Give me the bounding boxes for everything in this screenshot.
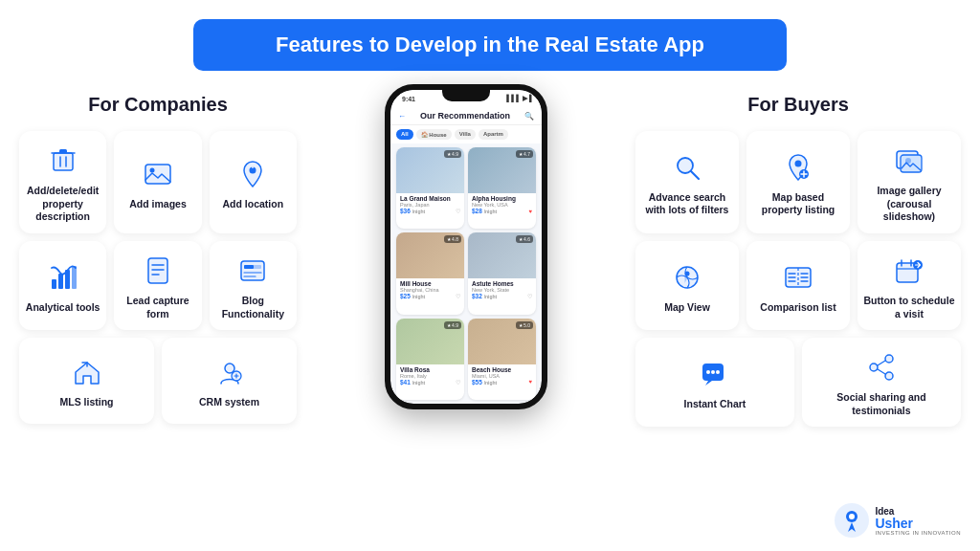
listing-heart-2[interactable]: ♥ xyxy=(528,209,532,214)
listing-heart-6[interactable]: ♥ xyxy=(528,379,532,385)
filter-apartm[interactable]: Apartm xyxy=(479,129,508,140)
svg-rect-10 xyxy=(58,274,63,289)
phone-mockup: 9:41 ▌▌▌ ▶ ▌ ← Our Recommendation 🔍 All … xyxy=(385,84,547,409)
listing-info-5: Villa Rosa Rome, Italy $41 /night ♡ xyxy=(396,364,464,388)
svg-point-56 xyxy=(885,372,893,380)
card-instant-chart-label: Instant Chart xyxy=(684,398,746,411)
listing-price-1: $36 /night ♡ xyxy=(400,208,460,214)
logo-sub-text: INVESTING IN INNOVATION xyxy=(875,530,961,536)
chart-icon xyxy=(45,259,81,296)
listing-price-3: $25 /night ♡ xyxy=(400,293,460,299)
card-add-delete-edit: Add/delete/edit property description xyxy=(19,131,106,233)
phone-notch xyxy=(442,90,490,101)
home-icon xyxy=(69,354,105,390)
card-add-location: Add location xyxy=(210,131,297,233)
listing-name-2: Alpha Housing xyxy=(472,195,532,202)
svg-rect-19 xyxy=(244,265,254,269)
card-image-gallery: Image gallery (carousal slideshow) xyxy=(858,131,961,233)
listing-badge-4: ★ 4.6 xyxy=(516,235,533,243)
back-arrow[interactable]: ← xyxy=(398,112,406,121)
listing-img-3: ★ 4.8 xyxy=(396,232,464,278)
svg-point-55 xyxy=(870,364,878,371)
filter-all[interactable]: All xyxy=(396,129,413,140)
svg-point-61 xyxy=(849,514,855,519)
buyers-row-2: Map View xyxy=(635,241,961,330)
calendar-share-icon xyxy=(891,253,927,289)
phone-screen: 9:41 ▌▌▌ ▶ ▌ ← Our Recommendation 🔍 All … xyxy=(390,90,542,404)
listing-price-5: $41 /night ♡ xyxy=(400,379,460,386)
card-lead-capture: Lead capture form xyxy=(114,241,201,330)
card-image-gallery-label: Image gallery (carousal slideshow) xyxy=(863,185,955,224)
listing-price-4: $32 /night ♡ xyxy=(472,293,532,299)
filter-house[interactable]: 🏠 House xyxy=(416,129,452,140)
card-add-images-label: Add images xyxy=(129,198,187,211)
card-schedule-visit-label: Button to schedule a visit xyxy=(863,295,955,320)
gallery-icon xyxy=(891,143,927,179)
listing-price-6: $55 /night ♥ xyxy=(472,379,532,386)
card-comparison-list: Comparison list xyxy=(746,241,850,330)
card-social-sharing-label: Social sharing and testimonials xyxy=(808,391,955,417)
listing-name-4: Astute Homes xyxy=(472,280,532,287)
listing-name-1: La Grand Maison xyxy=(400,195,460,202)
logo-area: Idea Usher INVESTING IN INNOVATION xyxy=(835,503,961,538)
logo-idea-text: Idea xyxy=(875,506,961,517)
content-area: For Companies Add/delete/edit pro xyxy=(19,94,961,427)
search-icon-phone[interactable]: 🔍 xyxy=(524,112,534,121)
phone-listings: ★ 4.9 La Grand Maison Paris, Japan $36 /… xyxy=(390,143,542,404)
card-lead-capture-label: Lead capture form xyxy=(120,295,195,320)
card-map-based: Map based property listing xyxy=(746,131,850,233)
listing-name-3: Mill House xyxy=(400,280,460,287)
card-advance-search: Advance search with lots of filters xyxy=(635,131,739,233)
card-crm-system: CRM system xyxy=(162,338,297,424)
svg-rect-33 xyxy=(901,155,922,172)
listing-heart-5[interactable]: ♡ xyxy=(456,379,460,386)
phone-header-title: Our Recommendation xyxy=(420,111,510,121)
companies-section: For Companies Add/delete/edit pro xyxy=(19,94,297,424)
card-map-view: Map View xyxy=(635,241,739,330)
listing-heart-1[interactable]: ♡ xyxy=(456,208,460,214)
companies-title: For Companies xyxy=(19,94,297,116)
card-schedule-visit: Button to schedule a visit xyxy=(858,241,961,330)
listing-img-6: ★ 5.0 xyxy=(468,319,536,364)
svg-rect-5 xyxy=(145,165,170,184)
svg-rect-0 xyxy=(54,153,73,170)
listing-2: ★ 4.7 Alpha Housing New York, USA $28 /n… xyxy=(468,147,536,229)
phone-filter-bar: All 🏠 House Villa Apartm xyxy=(390,125,542,143)
map-marker-icon xyxy=(780,149,816,186)
svg-line-58 xyxy=(878,369,885,374)
buyers-row-1: Advance search with lots of filters Map xyxy=(635,131,961,233)
logo-icon xyxy=(835,503,869,538)
listing-badge-1: ★ 4.9 xyxy=(444,150,461,158)
listing-img-5: ★ 4.9 xyxy=(396,319,464,364)
card-map-based-label: Map based property listing xyxy=(752,191,844,217)
listing-heart-3[interactable]: ♡ xyxy=(456,293,460,299)
svg-point-22 xyxy=(225,364,234,373)
comparison-icon xyxy=(780,259,816,296)
card-mls-listing: MLS listing xyxy=(19,338,154,424)
page-title: Features to Develop in the Real Estate A… xyxy=(232,33,748,57)
listing-badge-3: ★ 4.8 xyxy=(444,235,461,243)
filter-villa[interactable]: Villa xyxy=(455,129,476,140)
phone-header: ← Our Recommendation 🔍 xyxy=(390,107,542,125)
listing-1: ★ 4.9 La Grand Maison Paris, Japan $36 /… xyxy=(396,147,464,229)
buyers-section: For Buyers Advance search with lots of f… xyxy=(635,94,961,427)
companies-row-1: Add/delete/edit property description Add… xyxy=(19,131,297,233)
card-mls-listing-label: MLS listing xyxy=(60,396,114,409)
listing-info-3: Mill House Shanghai, China $25 /night ♡ xyxy=(396,278,464,302)
listing-name-5: Villa Rosa xyxy=(400,366,460,373)
card-instant-chart: Instant Chart xyxy=(635,338,794,427)
card-crm-system-label: CRM system xyxy=(199,396,259,409)
listing-3: ★ 4.8 Mill House Shanghai, China $25 /ni… xyxy=(396,232,464,314)
card-map-view-label: Map View xyxy=(664,301,710,315)
listing-price-2: $28 /night ♥ xyxy=(472,208,532,214)
card-analytical-tools-label: Analytical tools xyxy=(26,301,100,315)
card-analytical-tools: Analytical tools xyxy=(19,241,106,330)
logo-usher-text: Usher xyxy=(875,517,961,530)
svg-point-54 xyxy=(885,355,893,363)
blog-icon xyxy=(234,253,271,289)
listing-heart-4[interactable]: ♡ xyxy=(527,293,532,299)
listing-badge-2: ★ 4.7 xyxy=(516,150,533,158)
svg-point-6 xyxy=(149,167,154,172)
listing-info-4: Astute Homes New York, State $32 /night … xyxy=(468,278,536,302)
main-container: Features to Develop in the Real Estate A… xyxy=(0,0,980,551)
